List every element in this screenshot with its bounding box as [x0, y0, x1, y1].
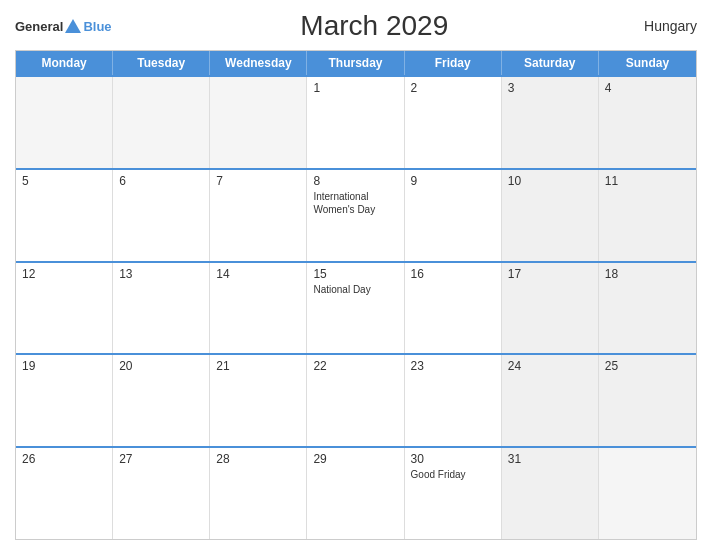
week-row-3: 12131415National Day161718	[16, 261, 696, 354]
cal-day-cell: 12	[16, 263, 113, 354]
cal-day-cell: 2	[405, 77, 502, 168]
cal-day-cell: 31	[502, 448, 599, 539]
header-cell-sunday: Sunday	[599, 51, 696, 75]
cal-day-cell	[113, 77, 210, 168]
day-number: 28	[216, 452, 300, 466]
cal-day-cell: 9	[405, 170, 502, 261]
day-number: 17	[508, 267, 592, 281]
day-number: 31	[508, 452, 592, 466]
header-cell-thursday: Thursday	[307, 51, 404, 75]
cal-day-cell: 4	[599, 77, 696, 168]
cal-day-cell	[210, 77, 307, 168]
cal-day-cell: 7	[210, 170, 307, 261]
header-cell-tuesday: Tuesday	[113, 51, 210, 75]
day-number: 26	[22, 452, 106, 466]
day-number: 23	[411, 359, 495, 373]
week-row-4: 19202122232425	[16, 353, 696, 446]
calendar-title: March 2029	[112, 10, 637, 42]
day-number: 3	[508, 81, 592, 95]
cal-day-cell: 26	[16, 448, 113, 539]
cal-day-cell: 21	[210, 355, 307, 446]
calendar-body: 12345678International Women's Day9101112…	[16, 75, 696, 539]
logo-general: General	[15, 19, 63, 34]
day-number: 29	[313, 452, 397, 466]
day-number: 22	[313, 359, 397, 373]
week-row-1: 1234	[16, 75, 696, 168]
day-number: 13	[119, 267, 203, 281]
day-number: 18	[605, 267, 690, 281]
cal-day-cell: 11	[599, 170, 696, 261]
week-row-5: 2627282930Good Friday31	[16, 446, 696, 539]
cal-day-cell: 16	[405, 263, 502, 354]
header-cell-wednesday: Wednesday	[210, 51, 307, 75]
header-cell-monday: Monday	[16, 51, 113, 75]
cal-day-cell: 30Good Friday	[405, 448, 502, 539]
header-cell-friday: Friday	[405, 51, 502, 75]
day-number: 9	[411, 174, 495, 188]
event-label: Good Friday	[411, 469, 466, 480]
header-cell-saturday: Saturday	[502, 51, 599, 75]
cal-day-cell: 19	[16, 355, 113, 446]
day-number: 5	[22, 174, 106, 188]
day-number: 15	[313, 267, 397, 281]
logo: General Blue	[15, 19, 112, 34]
day-number: 20	[119, 359, 203, 373]
calendar-grid: MondayTuesdayWednesdayThursdayFridaySatu…	[15, 50, 697, 540]
cal-day-cell: 15National Day	[307, 263, 404, 354]
logo-blue: Blue	[83, 19, 111, 34]
day-number: 4	[605, 81, 690, 95]
cal-day-cell: 24	[502, 355, 599, 446]
cal-day-cell	[16, 77, 113, 168]
country-label: Hungary	[637, 18, 697, 34]
day-number: 19	[22, 359, 106, 373]
cal-day-cell: 5	[16, 170, 113, 261]
cal-day-cell: 23	[405, 355, 502, 446]
cal-day-cell: 1	[307, 77, 404, 168]
cal-day-cell: 18	[599, 263, 696, 354]
cal-day-cell	[599, 448, 696, 539]
cal-day-cell: 27	[113, 448, 210, 539]
day-number: 16	[411, 267, 495, 281]
cal-day-cell: 13	[113, 263, 210, 354]
week-row-2: 5678International Women's Day91011	[16, 168, 696, 261]
day-number: 25	[605, 359, 690, 373]
day-number: 27	[119, 452, 203, 466]
day-number: 21	[216, 359, 300, 373]
calendar-page: General Blue March 2029 Hungary MondayTu…	[0, 0, 712, 550]
day-number: 2	[411, 81, 495, 95]
day-number: 6	[119, 174, 203, 188]
day-number: 7	[216, 174, 300, 188]
logo-triangle-icon	[65, 19, 81, 33]
cal-day-cell: 8International Women's Day	[307, 170, 404, 261]
calendar-header-row: MondayTuesdayWednesdayThursdayFridaySatu…	[16, 51, 696, 75]
day-number: 14	[216, 267, 300, 281]
event-label: International Women's Day	[313, 191, 375, 215]
cal-day-cell: 3	[502, 77, 599, 168]
cal-day-cell: 6	[113, 170, 210, 261]
day-number: 24	[508, 359, 592, 373]
cal-day-cell: 14	[210, 263, 307, 354]
day-number: 12	[22, 267, 106, 281]
day-number: 10	[508, 174, 592, 188]
day-number: 11	[605, 174, 690, 188]
cal-day-cell: 28	[210, 448, 307, 539]
cal-day-cell: 10	[502, 170, 599, 261]
cal-day-cell: 25	[599, 355, 696, 446]
cal-day-cell: 17	[502, 263, 599, 354]
day-number: 8	[313, 174, 397, 188]
cal-day-cell: 29	[307, 448, 404, 539]
day-number: 30	[411, 452, 495, 466]
cal-day-cell: 20	[113, 355, 210, 446]
day-number: 1	[313, 81, 397, 95]
event-label: National Day	[313, 284, 370, 295]
cal-day-cell: 22	[307, 355, 404, 446]
page-header: General Blue March 2029 Hungary	[15, 10, 697, 42]
